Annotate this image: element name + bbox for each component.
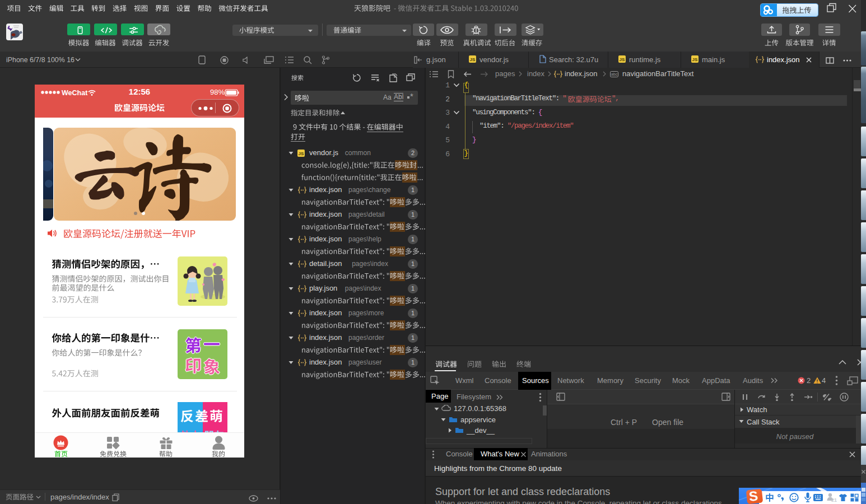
svg-text:JS: JS [299,151,304,156]
svg-text:JS: JS [470,57,476,62]
svg-text:abc: abc [611,72,618,76]
svg-text:JS: JS [620,57,625,62]
svg-text:21: 21 [831,497,837,502]
svg-text:JS: JS [692,57,698,62]
